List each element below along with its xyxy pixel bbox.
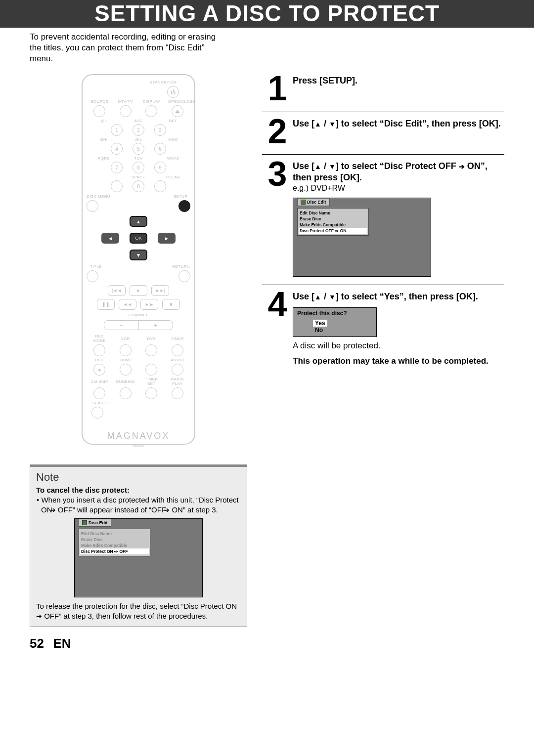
step-3-title: Use [▲ / ▼] to select “Disc Protect OFF … <box>293 161 504 183</box>
clear-button <box>154 180 166 192</box>
label-standby: STANDBY-ON <box>146 80 180 84</box>
label-hdmi: HDMI <box>116 358 135 362</box>
step-4-mid: / <box>321 292 329 301</box>
num-9: 9 <box>154 162 166 173</box>
pause-button: ❚❚ <box>97 299 115 310</box>
num-dot: . <box>111 180 123 192</box>
label-display: DISPLAY <box>142 99 161 104</box>
label-rapidplay: RAPID PLAY <box>168 377 187 386</box>
note-bullet: When you insert a disc protected with th… <box>36 495 241 514</box>
intro-text: To prevent accidental recording, editing… <box>0 28 257 69</box>
step-1-title: Press [SETUP]. <box>293 75 504 86</box>
return-button <box>178 270 190 282</box>
confirm-header: Protect this disc? <box>293 308 376 319</box>
note-menu-opt-protect: Disc Protect ON ⇨ OFF <box>80 548 149 554</box>
num-4: 4 <box>111 143 123 155</box>
menu-opt-protect-post: ON <box>339 228 346 233</box>
note-cancel-heading: To cancel the disc protect: <box>36 486 241 494</box>
dubbing-button <box>120 387 132 399</box>
label-channel: CHANNEL <box>87 313 190 317</box>
page-footer: 52 EN <box>0 627 534 666</box>
disc-edit-menu: Disc Edit Edit Disc Name Erase Disc Make… <box>293 198 431 277</box>
confirm-no: No <box>313 327 325 334</box>
page-title-bar: SETTING A DISC TO PROTECT <box>0 0 534 28</box>
step-1: 1 Press [SETUP]. <box>262 69 504 112</box>
step-3-post: ] to select “Disc Protect OFF <box>336 161 459 171</box>
num-8: 8 <box>133 162 144 173</box>
note-heading: Note <box>36 471 241 484</box>
arrow-down-button: ▼ <box>130 250 147 260</box>
menu-opt-compatible: Make Edits Compatible <box>300 222 366 228</box>
step-1-number: 1 <box>262 74 293 104</box>
display-button <box>145 105 157 117</box>
label-timer: TIMER <box>168 336 187 341</box>
num-3: 3 <box>154 124 166 136</box>
step-2-number: 2 <box>262 117 293 147</box>
step-4-post: ] to select “Yes”, then press [OK]. <box>336 292 478 301</box>
label-ghi: GHI <box>94 137 113 142</box>
channel-rocker: −+ <box>104 320 173 330</box>
label-dubbing: DUBBING <box>116 379 135 384</box>
note-menu-opt-compat: Make Edits Compatible <box>81 543 148 548</box>
source-button <box>93 105 105 117</box>
label-cmskip: CM SKIP <box>90 379 109 384</box>
note-menu-protect-post: OFF <box>118 549 128 554</box>
confirm-dialog: Protect this disc? Yes No <box>293 307 377 337</box>
note-menu-opt-erase: Erase Disc <box>81 537 148 543</box>
label-clear: CLEAR <box>164 175 182 179</box>
down-triangle-icon: ▼ <box>329 293 336 301</box>
num-6: 6 <box>154 143 166 155</box>
note-bullet-mid: OFF” will appear instead of “OFF <box>56 505 169 514</box>
recmode-button <box>93 344 105 356</box>
down-triangle-icon: ▼ <box>329 120 336 128</box>
right-arrow-icon: ➔ <box>36 612 42 621</box>
label-openclose: OPEN/CLOSE <box>168 99 187 104</box>
discmenu-button <box>87 200 98 212</box>
rec-button: ● <box>93 364 105 376</box>
label-space: SPACE <box>129 175 148 179</box>
label-source: SOURCE <box>90 99 109 104</box>
step-3-subtitle: e.g.) DVD+RW <box>293 184 504 193</box>
label-pqrs: PQRS <box>94 156 113 161</box>
dvd-button <box>145 344 157 356</box>
step-3-number: 3 <box>262 160 293 189</box>
note-bullet-post: ON” at step 3. <box>170 505 218 514</box>
arrow-right-button: ► <box>158 233 176 244</box>
play-button: ► <box>130 285 147 296</box>
arrow-up-button: ▲ <box>130 216 147 227</box>
ok-button: OK <box>130 233 147 244</box>
note-after-post: OFF” at step 3, then follow rest of the … <box>42 612 208 620</box>
label-vcr: VCR <box>116 336 135 341</box>
remote-model: NB559 <box>87 443 190 448</box>
up-triangle-icon: ▲ <box>314 163 321 170</box>
page-language: EN <box>53 636 71 651</box>
step-4-pre: Use [ <box>293 292 314 301</box>
label-mno: MNO <box>164 137 182 142</box>
label-recmode: REC MODE <box>90 334 109 343</box>
step-2-pre: Use [ <box>293 119 314 128</box>
page-title: SETTING A DISC TO PROTECT <box>0 0 534 27</box>
remote-illustration: STANDBY-ON ⏻ SOURCEDTV/TVDISPLAYOPEN/CLO… <box>82 74 195 445</box>
note-menu-opt-edit: Edit Disc Name <box>81 531 148 537</box>
note-menu-protect-pre: Disc Protect ON <box>81 549 114 554</box>
label-search: SEARCH <box>91 401 110 405</box>
cmskip-button <box>93 387 105 399</box>
timer-button <box>172 344 183 356</box>
note-disc-edit-menu: Disc Edit Edit Disc Name Erase Disc Make… <box>74 518 203 597</box>
step-2-mid: / <box>321 119 329 128</box>
label-audio: AUDIO <box>168 358 187 362</box>
right-arrow-icon: ➔ <box>459 163 465 171</box>
label-dtvtv: DTV/TV <box>116 99 135 104</box>
label-def: DEF <box>164 119 182 123</box>
hdmi-button <box>120 364 132 376</box>
arrow-left-button: ◄ <box>101 233 119 244</box>
label-timerset: TIMER SET <box>142 377 161 386</box>
step-4: 4 Use [▲ / ▼] to select “Yes”, then pres… <box>262 285 504 375</box>
num-2: 2 <box>133 124 144 136</box>
note-box: Note To cancel the disc protect: When yo… <box>30 464 247 627</box>
label-wxyz: WXYZ <box>164 156 182 161</box>
step-3-mid: / <box>321 161 329 171</box>
num-7: 7 <box>111 162 123 173</box>
search-button <box>91 407 103 419</box>
menu-tab: Disc Edit <box>297 198 330 206</box>
